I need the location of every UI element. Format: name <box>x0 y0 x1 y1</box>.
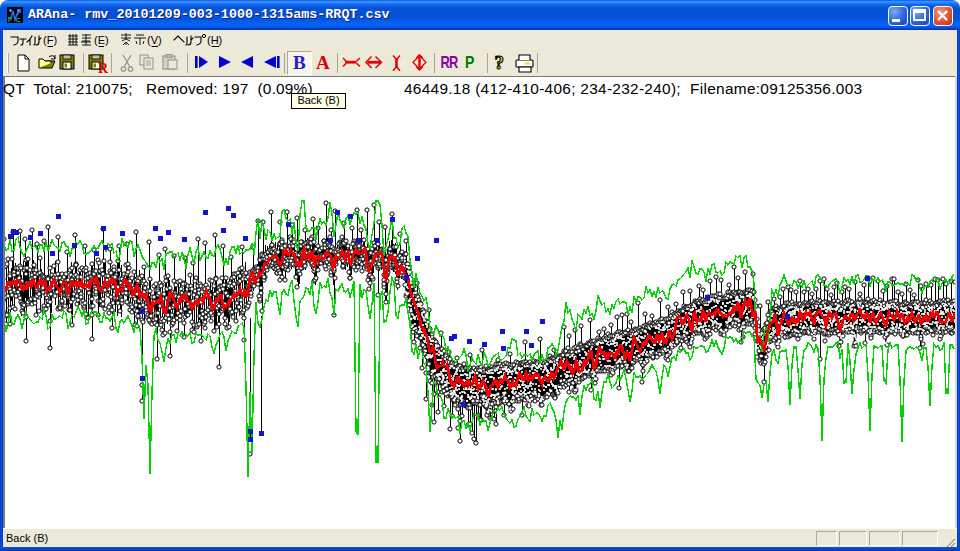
svg-text:P: P <box>465 53 474 71</box>
svg-text:P: P <box>8 17 12 23</box>
svg-text:?: ? <box>495 52 505 73</box>
svg-text:A: A <box>316 52 330 73</box>
svg-text:B: B <box>293 52 306 73</box>
svg-text:(F): (F) <box>43 34 57 46</box>
svg-text:R: R <box>98 61 109 76</box>
svg-text:C: C <box>16 17 21 23</box>
svg-text:(H): (H) <box>207 34 222 46</box>
svg-text:RR: RR <box>441 53 459 71</box>
svg-text:(V): (V) <box>147 34 162 46</box>
svg-text:(E): (E) <box>94 34 109 46</box>
